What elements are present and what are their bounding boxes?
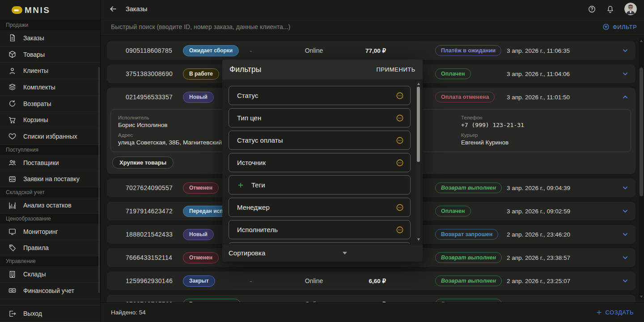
sidebar-item-suppliers[interactable]: Поставщики [0,155,100,171]
chevron-up-icon[interactable] [621,93,629,101]
sidebar-item-wishlists[interactable]: Списки избранных [0,128,100,145]
sidebar-item-kits[interactable]: Комплекты [0,79,100,96]
sidebar-item-label: Заказы [23,34,44,42]
filter-field-partial[interactable] [229,242,411,244]
copy-icon[interactable] [112,231,120,238]
filter-field-label: Тип цен [237,114,261,122]
main-scrollbar[interactable] [639,38,644,300]
status-badge: Новый [183,229,214,240]
search-bar: ФИЛЬТР [101,18,644,36]
filter-modal-title: Фильтры [229,65,261,74]
copy-icon[interactable] [112,93,120,101]
order-date: 3 апр. 2026 г., 11:01:50 [507,94,570,101]
order-weight: - [250,47,285,54]
chevron-down-icon[interactable] [621,254,629,262]
sidebar-item-label: Товары [23,51,45,58]
chevron-down-icon[interactable] [621,70,629,78]
ellipsis-circle-icon [396,203,404,212]
avatar[interactable] [624,3,637,15]
filter-field-executor[interactable]: Исполнитель [229,220,411,239]
person-icon [8,67,17,75]
bottom-bar: Найдено: 54 СОЗДАТЬ [101,302,644,322]
status-cell: Закрыт [183,275,250,287]
order-row-main[interactable]: 1259962930146 Закрыт - Online 6,60 ₽ Воз… [107,271,636,290]
scroll-up-icon[interactable] [640,40,643,42]
payment-cell: Возврат запрошен [435,229,502,240]
modal-scroll-down-icon[interactable] [417,238,420,241]
detail-field-value: Евгений Куринов [461,139,524,146]
sidebar-scrollbar[interactable] [98,67,100,293]
filter-field-source[interactable]: Источник [229,153,411,172]
ellipsis-circle-icon [396,136,404,144]
detail-field-label: Телефон [461,115,524,120]
chevron-down-icon[interactable] [621,277,629,285]
plus-icon [237,182,244,189]
brand-logo[interactable]: MNIS [0,0,100,20]
sidebar-item-returns[interactable]: Возвраты [0,96,100,112]
payment-badge: Возврат выполнен [435,252,502,263]
sidebar-item-products[interactable]: Товары [0,47,100,63]
sort-bar[interactable]: Сортировка [222,244,423,262]
filter-field-payment-status[interactable]: Статус оплаты [229,131,411,150]
filter-field-status[interactable]: Статус [229,86,411,105]
modal-scroll-up-icon[interactable] [417,83,420,85]
payment-cell: Оплата отменена [435,92,502,102]
sidebar-item-rules[interactable]: Правила [0,240,100,257]
copy-icon[interactable] [112,47,120,55]
sidebar-item-monitoring[interactable]: Мониторинг [0,224,100,240]
copy-icon[interactable] [112,277,120,285]
back-arrow-icon[interactable] [109,4,118,13]
order-date: 2 апр. 2026 г., 23:46:20 [507,231,570,238]
copy-icon[interactable] [112,254,120,262]
bell-icon[interactable] [606,5,614,13]
order-row: 0905118608785 Ожидает сборки - Online 77… [107,41,636,60]
sidebar-item-finance[interactable]: Финансовый учет [0,283,100,299]
copy-icon[interactable] [112,208,120,215]
chevron-down-icon[interactable] [621,230,629,238]
filter-field-price-type[interactable]: Тип цен [229,108,411,127]
sort-label: Сортировка [229,249,265,257]
app-root: MNIS ПродажиЗаказыТоварыКлиентыКомплекты… [0,0,644,322]
sidebar-item-carts[interactable]: Корзины [0,112,100,128]
sidebar-item-label: Выход [23,310,42,317]
copy-icon[interactable] [112,70,120,78]
brand-logo-text: MNIS [25,5,51,15]
filter-button[interactable]: ФИЛЬТР [602,23,637,30]
order-id: 7027624090557 [126,184,183,191]
order-id: 1888021542433 [126,231,183,238]
page-title: Заказы [126,5,147,13]
sidebar-item-clients[interactable]: Клиенты [0,63,100,79]
help-icon[interactable] [588,5,596,13]
filter-field-tags[interactable]: Теги [229,175,411,195]
payment-cell: Возврат выполнен [435,275,502,286]
modal-scrollbar-thumb[interactable] [417,87,420,162]
filter-field-label: Теги [251,181,265,189]
sidebar-item-supply-requests[interactable]: Заявки на поставку [0,171,100,188]
chevron-down-icon[interactable] [621,207,629,215]
apply-button[interactable]: ПРИМЕНИТЬ [377,66,415,73]
status-badge: Отменен [183,252,219,263]
found-count: Найдено: 54 [111,309,146,316]
sidebar-section-label: Ценообразование [0,214,100,224]
modal-scrollbar[interactable] [416,81,420,242]
sidebar-item-warehouses[interactable]: Склады [0,266,100,283]
order-id: 0905118608785 [126,47,183,54]
scroll-down-icon[interactable] [640,296,643,298]
box-icon [8,50,17,59]
sidebar-item-orders[interactable]: Заказы [0,30,100,47]
create-button[interactable]: СОЗДАТЬ [596,309,634,316]
order-id: 7197914623472 [126,208,183,215]
sidebar-section-label: Складской учет [0,187,100,197]
order-id: 3751383008690 [126,70,183,77]
search-input[interactable] [111,23,602,30]
order-row-main[interactable]: 0905118608785 Ожидает сборки - Online 77… [107,41,636,60]
copy-icon[interactable] [112,184,120,192]
chevron-down-icon[interactable] [621,184,629,192]
sidebar-item-stock-analysis[interactable]: Анализ остатков [0,197,100,214]
scrollbar-thumb[interactable] [640,68,643,196]
status-badge: Отменен [183,182,219,194]
payment-cell: Оплачен [435,206,502,216]
sidebar-item-logout[interactable]: Выход [0,305,100,322]
chevron-down-icon[interactable] [621,47,629,55]
filter-field-manager[interactable]: Менеджер [229,198,411,217]
